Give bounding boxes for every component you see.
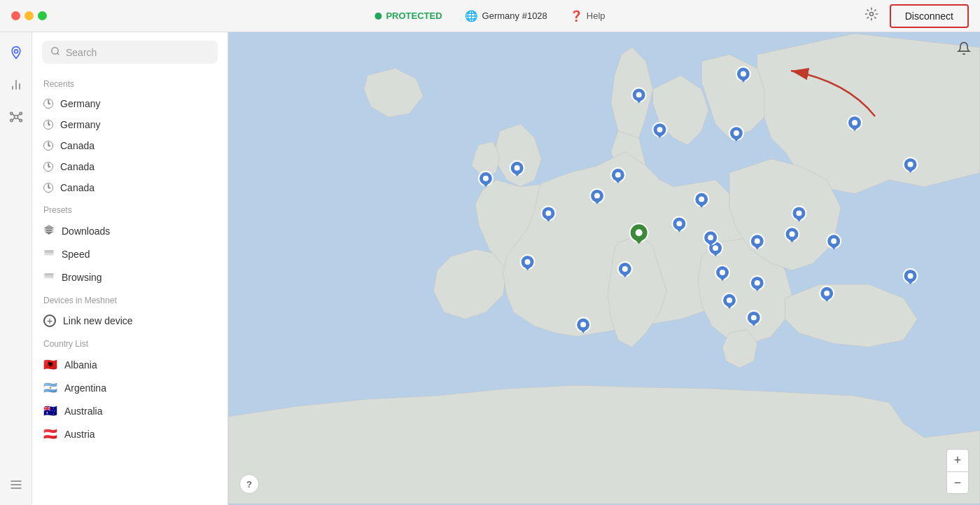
- recent-label: Canada: [60, 140, 94, 151]
- svg-point-45: [483, 176, 489, 181]
- svg-rect-22: [44, 251, 53, 251]
- svg-point-96: [580, 322, 586, 328]
- close-button[interactable]: [11, 11, 20, 20]
- country-albania[interactable]: 🇦🇱 Albania: [32, 353, 227, 376]
- zoom-out-button[interactable]: −: [946, 471, 969, 494]
- protected-label: PROTECTED: [386, 11, 442, 21]
- notifications-button[interactable]: [948, 32, 980, 64]
- sidebar-content: Recents Germany Germany Canada Canada Ca…: [32, 72, 227, 505]
- svg-point-51: [594, 193, 600, 199]
- austria-label: Austria: [64, 429, 95, 440]
- map-help-button[interactable]: ?: [239, 474, 259, 494]
- nav-meshnet[interactable]: [4, 105, 28, 129]
- help-button[interactable]: ❓ Help: [570, 10, 606, 22]
- svg-line-18: [57, 53, 59, 55]
- australia-flag: 🇦🇺: [43, 404, 57, 417]
- disconnect-button[interactable]: Disconnect: [890, 4, 969, 28]
- svg-point-9: [20, 119, 22, 121]
- svg-point-54: [636, 229, 643, 236]
- server-info[interactable]: 🌐 Germany #1028: [465, 10, 547, 22]
- help-icon: ❓: [570, 10, 583, 22]
- titlebar-center: PROTECTED 🌐 Germany #1028 ❓ Help: [374, 10, 605, 22]
- protected-dot: [374, 13, 382, 20]
- nav-settings[interactable]: [4, 473, 28, 497]
- preset-downloads-label: Downloads: [62, 226, 110, 237]
- clock-icon: [43, 162, 53, 172]
- svg-line-13: [17, 118, 19, 120]
- map-svg: [228, 32, 980, 505]
- server-label: Germany #1028: [482, 11, 547, 21]
- svg-rect-19: [44, 228, 53, 228]
- svg-point-60: [699, 197, 704, 202]
- svg-point-66: [713, 245, 718, 251]
- recent-germany-2[interactable]: Germany: [32, 114, 227, 135]
- search-input[interactable]: [66, 47, 209, 58]
- preset-speed[interactable]: Speed: [32, 242, 227, 265]
- svg-point-78: [622, 266, 628, 272]
- country-list-label: Country List: [32, 332, 227, 353]
- clock-icon: [43, 120, 53, 130]
- titlebar-right: Disconnect: [862, 4, 969, 28]
- recent-canada-2[interactable]: Canada: [32, 156, 227, 177]
- help-label: Help: [587, 11, 606, 21]
- maximize-button[interactable]: [38, 11, 47, 20]
- recent-germany-1[interactable]: Germany: [32, 93, 227, 114]
- layers-icon-2: [43, 247, 55, 261]
- svg-point-72: [796, 210, 802, 216]
- svg-point-48: [545, 210, 551, 216]
- zoom-in-button[interactable]: +: [946, 449, 969, 471]
- svg-point-108: [657, 127, 663, 132]
- preset-downloads[interactable]: Downloads: [32, 219, 227, 242]
- settings-button[interactable]: [862, 4, 881, 27]
- plus-icon: +: [43, 314, 56, 327]
- svg-point-102: [751, 315, 757, 321]
- argentina-flag: 🇦🇷: [43, 381, 57, 394]
- argentina-label: Argentina: [64, 382, 106, 394]
- protected-badge: PROTECTED: [374, 11, 442, 21]
- svg-point-81: [720, 270, 725, 275]
- link-device-label: Link new device: [63, 315, 133, 326]
- globe-icon: 🌐: [465, 10, 478, 22]
- svg-point-8: [10, 119, 12, 121]
- svg-rect-25: [44, 274, 53, 275]
- map-area[interactable]: + − ?: [228, 32, 980, 505]
- svg-point-57: [615, 172, 621, 178]
- svg-rect-27: [44, 277, 53, 278]
- search-box[interactable]: [42, 41, 218, 64]
- country-australia[interactable]: 🇦🇺 Australia: [32, 399, 227, 422]
- svg-rect-26: [44, 275, 53, 276]
- svg-point-111: [831, 238, 836, 244]
- australia-label: Australia: [64, 406, 102, 417]
- preset-browsing[interactable]: Browsing: [32, 265, 227, 289]
- svg-point-33: [741, 71, 746, 77]
- svg-point-84: [755, 280, 760, 286]
- search-section: [32, 32, 227, 72]
- link-device-item[interactable]: + Link new device: [32, 310, 227, 332]
- traffic-lights: [11, 11, 47, 20]
- icon-nav: [0, 32, 32, 505]
- nav-stats[interactable]: [4, 73, 28, 97]
- svg-point-90: [790, 231, 795, 237]
- recent-canada-3[interactable]: Canada: [32, 177, 227, 198]
- austria-flag: 🇦🇹: [43, 427, 57, 441]
- country-austria[interactable]: 🇦🇹 Austria: [32, 422, 227, 445]
- svg-line-10: [13, 114, 15, 116]
- titlebar: PROTECTED 🌐 Germany #1028 ❓ Help Disconn…: [0, 0, 980, 32]
- svg-rect-21: [44, 231, 53, 232]
- recent-label: Germany: [60, 119, 101, 130]
- recent-canada-1[interactable]: Canada: [32, 135, 227, 156]
- svg-point-7: [20, 112, 22, 114]
- svg-point-0: [869, 13, 873, 16]
- svg-point-30: [636, 92, 642, 97]
- svg-point-6: [10, 112, 12, 114]
- svg-rect-24: [44, 254, 53, 255]
- svg-point-87: [708, 235, 713, 240]
- svg-line-12: [13, 118, 15, 120]
- recent-label: Canada: [60, 161, 94, 172]
- country-argentina[interactable]: 🇦🇷 Argentina: [32, 376, 227, 399]
- map-controls: + −: [946, 449, 969, 494]
- minimize-button[interactable]: [24, 11, 34, 20]
- svg-point-69: [755, 238, 760, 244]
- nav-location[interactable]: [4, 41, 28, 64]
- clock-icon: [43, 99, 53, 109]
